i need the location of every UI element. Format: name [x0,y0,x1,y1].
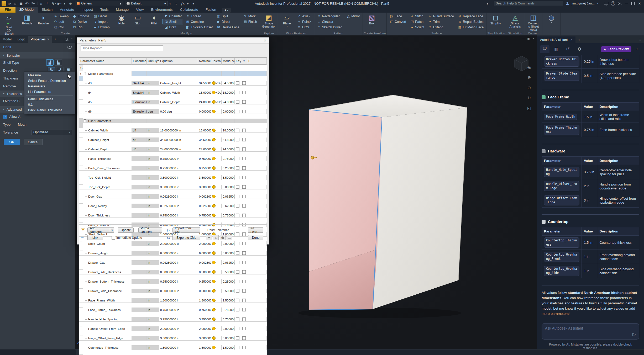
purge-unused-button[interactable]: Purge Unused [138,227,162,233]
cell-equation[interactable]: 0.25000000 in [159,279,198,284]
ribbon-extrude-button[interactable]: ◨Extrude [19,13,35,31]
shell-outside-button[interactable]: ▙ [55,59,62,66]
cell-comment[interactable] [79,208,83,213]
parameter-pill[interactable]: Handle_Hole_Spacing [544,167,579,177]
ribbon-sculpt-button[interactable]: ◕Sculpt [409,24,426,30]
cell-tolerance[interactable] [211,109,222,114]
cell-tolerance[interactable] [211,128,222,133]
parameter-row[interactable]: Drawer_Gapin0.06250000 in0.0625000.06250… [79,260,267,270]
export-checkbox[interactable] [242,110,246,113]
home-icon[interactable]: ⌂ [40,2,44,6]
cell-comment[interactable] [79,152,83,156]
filter-funnel-icon[interactable] [81,229,85,231]
open-icon[interactable]: ▱ [14,2,18,6]
adjust-material-icon[interactable]: ◐ [169,2,174,6]
col-nominal-value[interactable]: Nominal V [198,58,211,65]
cell-name[interactable]: Cabinet_Depth [87,147,132,152]
parameter-row[interactable]: d5Extrusion1inCabinet_Depth24.000000<De2… [79,100,267,109]
cell-tolerance[interactable] [211,260,222,265]
cell-name[interactable]: Model Parameters [87,71,132,76]
cell-equation[interactable]: Cabinet_Height [159,81,198,86]
cell-comment[interactable] [79,76,83,81]
cell-tolerance[interactable] [211,137,222,142]
parameter-row[interactable]: Face_Frame_Thicknessin0.75000000 in0.750… [79,308,267,317]
ribbon-face-button[interactable]: ◳Face [388,13,407,19]
cell-equation[interactable]: 2.00000000 ul [159,241,198,246]
key-checkbox[interactable] [236,129,239,132]
store-cart-icon[interactable] [604,2,608,4]
cell-comment[interactable] [79,246,83,251]
cell-tolerance[interactable] [211,71,222,76]
ribbon-fit-mesh-face-button[interactable]: ▦Fit Mesh Face [456,24,485,30]
cell-equation[interactable]: 1.50000000 in [159,345,198,350]
ribbon-chamfer-button[interactable]: ◤Chamfer [163,13,183,19]
key-checkbox[interactable] [236,336,239,340]
parameter-pill[interactable]: Drawer_Bottom_Thickness [544,56,579,67]
export-checkbox[interactable] [242,280,246,283]
cell-comment[interactable] [79,142,83,147]
less-button[interactable]: << Less [248,227,263,233]
menu-item-parameters[interactable]: Parameters... [24,83,75,89]
cell-name[interactable]: Cabinet_Height [87,137,132,142]
library-icon[interactable]: ▥ [552,45,561,53]
cell-tolerance[interactable] [211,270,222,274]
ribbon-rib-button[interactable]: ⊓Rib [71,24,91,30]
cell-name[interactable]: Handle_Offset_From_Edge [87,326,132,331]
panel-menu-icon[interactable]: ≡ [70,37,72,41]
key-checkbox[interactable] [236,176,239,179]
ribbon-fillet-button[interactable]: ◖Fillet [146,13,162,31]
pane-minimize-icon[interactable]: — [522,37,525,40]
parameter-pill[interactable]: Hinge_Offset_From_Edge [544,195,579,205]
settings-icon[interactable]: ⚙ [575,45,584,53]
minimize-button[interactable]: — [624,2,629,6]
cell-equation[interactable]: 24.00000000 in [159,147,198,152]
cell-comment[interactable] [79,256,83,260]
ribbon-patch-button[interactable]: ◰Patch [409,19,426,24]
export-checkbox[interactable] [242,204,246,208]
collapse-box[interactable]: – [84,119,86,122]
clear-overrides-icon[interactable]: ◒ [175,2,179,6]
col-unit-type[interactable]: Unit/Type [147,58,159,65]
key-checkbox[interactable] [236,232,239,236]
ribbon-start-2d-sketch-button[interactable]: ▱+Start 2D Sketch▾ [1,13,17,38]
cell-name[interactable]: Door_Overlay [87,204,132,208]
save-icon[interactable]: ▣ [19,2,24,6]
ribbon-decal-button[interactable]: ▨Decal [92,13,111,19]
type-value[interactable]: Mean [18,123,27,126]
dialog-title-bar[interactable]: Parameters: Part5 ✕ [77,38,269,44]
ribbon-shell-button[interactable]: ◪Shell [163,19,183,24]
update-button[interactable]: Update [118,227,134,233]
parameter-row[interactable]: Countertop_Thicknessin1.50000000 in1.500… [79,345,267,355]
navigation-wheel-icon[interactable]: ◉ [527,65,531,70]
col-model-value[interactable]: Model Val [222,58,235,65]
key-checkbox[interactable] [236,166,239,170]
cell-comment[interactable] [79,303,83,308]
cell-name[interactable]: d5 [87,100,132,104]
ribbon-tab-view[interactable]: View [132,7,147,13]
parameter-row[interactable]: Drawer_Side_Thicknessin0.50000000 in0.50… [79,270,267,279]
ribbon-options-button[interactable]: ◍▾ [543,13,559,35]
cell-equation[interactable]: 6.00000000 in [159,251,198,256]
parameter-pill[interactable]: Countertop_Thickness [544,237,579,248]
cell-tolerance[interactable] [211,289,222,293]
look-at-icon[interactable]: ◱ [527,106,531,111]
cell-comment[interactable] [79,161,83,166]
parameter-row[interactable]: Door_Overlayin0.62500000 in0.6250000.625… [79,204,267,213]
cell-tolerance[interactable] [211,147,222,152]
cell-name[interactable]: Back_Panel_Thickness [87,166,132,171]
parameter-row[interactable]: Hinge_Offset_From_Edgein3.00000000 in3.0… [79,336,267,345]
add-icon[interactable]: + [187,2,191,6]
new-chat-button[interactable]: + [633,45,641,53]
ribbon-ruled-surface-button[interactable]: ≈Ruled Surface [427,13,455,19]
cell-tolerance[interactable] [211,251,222,256]
cell-comment[interactable] [79,350,83,355]
search-icon[interactable] [65,38,68,41]
key-checkbox[interactable] [236,157,239,160]
export-checkbox[interactable] [242,346,246,349]
link-button[interactable]: Link [87,235,103,240]
ribbon-tab-manage[interactable]: Manage [112,7,132,13]
cell-name[interactable]: Face_Frame_Width [87,298,132,303]
cell-equation[interactable]: 0.62500000 in [159,204,198,208]
key-checkbox[interactable] [236,299,239,302]
cancel-button[interactable]: Cancel [24,139,43,145]
